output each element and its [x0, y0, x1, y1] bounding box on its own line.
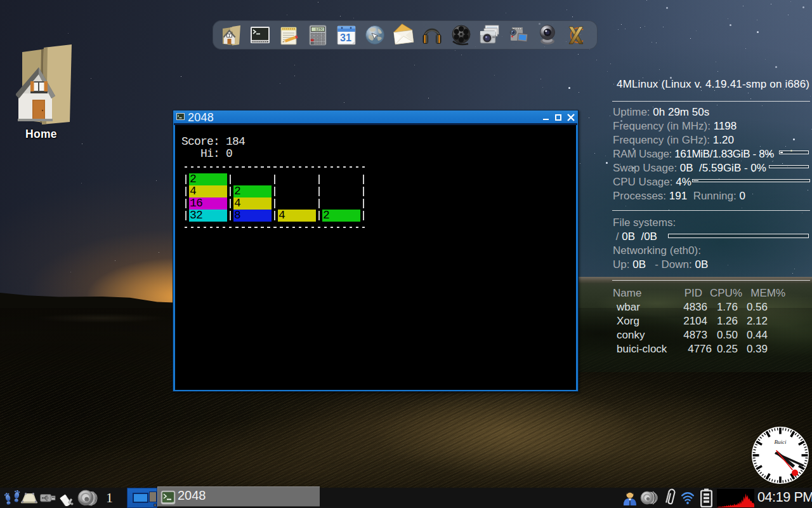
- svg-text:125C: 125C: [315, 27, 324, 32]
- svg-text:31: 31: [340, 32, 351, 43]
- svg-text:Buici: Buici: [775, 439, 787, 445]
